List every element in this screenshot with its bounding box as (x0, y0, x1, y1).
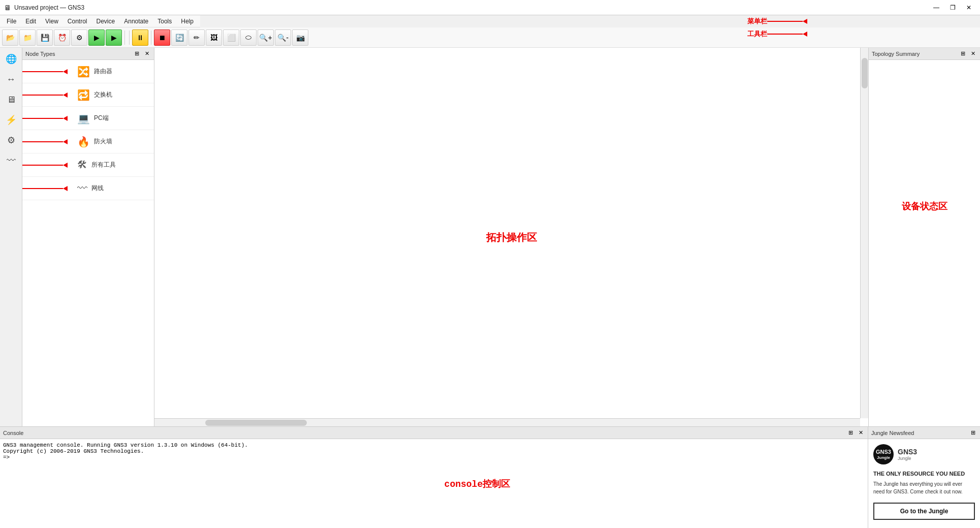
jungle-body: THE ONLY RESOURCE YOU NEED The Jungle ha… (873, 470, 975, 495)
console-close-btn[interactable]: ✕ (857, 429, 865, 437)
settings-btn[interactable]: ⚙ (71, 29, 87, 46)
screenshot-btn[interactable]: 📷 (292, 29, 308, 46)
console-content[interactable]: GNS3 management console. Running GNS3 ve… (0, 439, 868, 528)
pc-item[interactable]: 💻PC端 (22, 107, 154, 130)
edit-btn[interactable]: ✏ (188, 29, 205, 46)
menu-item-help[interactable]: Help (176, 16, 198, 26)
toolbar-container: 📂📁💾⏰⚙▶▶⏸⏹🔄✏🖼⬜⬭🔍+🔍-📷 工具栏 (0, 27, 980, 48)
menubar-arrowhead (803, 19, 807, 24)
menu-item-control[interactable]: Control (63, 16, 92, 26)
sidebar-fast-icon[interactable]: ⚡ (2, 111, 20, 129)
menu-item-tools[interactable]: Tools (153, 16, 176, 26)
menu-item-file[interactable]: File (2, 16, 21, 26)
start-btn[interactable]: ▶ (106, 29, 122, 46)
router-item[interactable]: 🔀路由器 (22, 60, 154, 83)
panel-close-btn[interactable]: ✕ (143, 50, 151, 58)
router-item-arrow (22, 69, 68, 74)
console-btn[interactable]: ▶ (88, 29, 105, 46)
close-btn[interactable]: ✕ (962, 2, 976, 13)
pc-item-label: PC端 (94, 114, 109, 122)
switch-item-arrow (22, 92, 68, 98)
pc-item-arrow (22, 116, 68, 121)
menu-bar: FileEditViewControlDeviceAnnotateToolsHe… (0, 15, 200, 27)
maximize-btn[interactable]: ❐ (945, 2, 960, 13)
node-types-list: 🔀路由器🔁交换机💻PC端🔥防火墙🛠所有工具〰网线 (22, 60, 154, 426)
node-types-header: Node Types ⊞ ✕ (22, 48, 154, 60)
firewall-item[interactable]: 🔥防火墙 (22, 130, 154, 153)
app-icon: 🖥 (4, 4, 11, 12)
console-float-btn[interactable]: ⊞ (846, 429, 855, 437)
topology-close-btn[interactable]: ✕ (969, 50, 977, 58)
lower-area: Console ⊞ ✕ GNS3 management console. Run… (0, 426, 980, 528)
menu-item-device[interactable]: Device (92, 16, 120, 26)
topology-content: 设备状态区 (869, 60, 980, 426)
node-types-panel: Node Types ⊞ ✕ 🔀路由器🔁交换机💻PC端🔥防火墙🛠所有工具〰网线 (22, 48, 154, 426)
cable-item-arrow (22, 186, 68, 191)
topology-header-buttons: ⊞ ✕ (959, 50, 977, 58)
jungle-content: GNS3 Jungle GNS3 Jungle THE ONLY RESOURC… (868, 439, 980, 528)
jungle-header: Jungle Newsfeed ⊞ (868, 427, 980, 439)
zoom-in-btn[interactable]: 🔍+ (258, 29, 274, 46)
scroll-thumb-h[interactable] (205, 420, 307, 426)
jungle-title: Jungle Newsfeed (871, 430, 914, 436)
topology-panel: Topology Summary ⊞ ✕ 设备状态区 (868, 48, 980, 426)
stop-btn[interactable]: ⏹ (154, 29, 170, 46)
main-layout: 🌐↔🖥⚡⚙〰 Node Types ⊞ ✕ 🔀路由器🔁交换机💻PC端🔥防火墙🛠所… (0, 48, 980, 528)
reload-btn[interactable]: 🔄 (171, 29, 187, 46)
canvas-label: 拓扑操作区 (486, 230, 537, 244)
goto-jungle-button[interactable]: Go to the Jungle (873, 503, 975, 520)
minimize-btn[interactable]: — (929, 2, 943, 13)
router-item-label: 路由器 (94, 67, 112, 76)
panel-header-buttons: ⊞ ✕ (133, 50, 151, 58)
ellipse-btn[interactable]: ⬭ (240, 29, 257, 46)
canvas-scrollbar-v[interactable] (860, 48, 868, 418)
schedule-btn[interactable]: ⏰ (54, 29, 70, 46)
zoom-out-btn[interactable]: 🔍- (275, 29, 291, 46)
console-title: Console (3, 430, 23, 436)
all-tools-item-label: 所有工具 (91, 161, 116, 169)
rect-btn[interactable]: ⬜ (223, 29, 239, 46)
topology-title: Topology Summary (872, 51, 920, 57)
console-line4: => (3, 454, 865, 460)
console-line2: Copyright (c) 2006-2019 GNS3 Technologie… (3, 448, 865, 454)
jungle-panel: Jungle Newsfeed ⊞ GNS3 Jungle GNS3 Jungl… (868, 427, 980, 528)
menu-item-edit[interactable]: Edit (21, 16, 41, 26)
sidebar-pc-icon[interactable]: 🖥 (2, 90, 20, 109)
cable-item-icon: 〰 (77, 182, 87, 194)
open-folder-btn[interactable]: 📂 (2, 29, 18, 46)
jungle-logo: GNS3 Jungle GNS3 Jungle (873, 444, 975, 464)
save-btn[interactable]: 💾 (37, 29, 53, 46)
open-btn[interactable]: 📁 (19, 29, 36, 46)
cable-item[interactable]: 〰网线 (22, 177, 154, 200)
canvas-scrollbar-h[interactable] (154, 418, 860, 426)
menu-item-annotate[interactable]: Annotate (119, 16, 153, 26)
scroll-thumb-v[interactable] (862, 58, 868, 88)
panel-float-btn[interactable]: ⊞ (133, 50, 141, 58)
topology-label: 设备状态区 (902, 200, 947, 212)
image-btn[interactable]: 🖼 (206, 29, 222, 46)
menu-item-view[interactable]: View (41, 16, 63, 26)
jungle-float-btn[interactable]: ⊞ (969, 429, 977, 437)
console-panel: Console ⊞ ✕ GNS3 management console. Run… (0, 427, 868, 528)
sidebar-tools-icon[interactable]: ⚙ (2, 131, 20, 149)
sidebar-cable-icon[interactable]: 〰 (2, 151, 20, 170)
jungle-tagline-body: The Jungle has everything you will ever … (873, 480, 975, 495)
switch-item-icon: 🔁 (77, 89, 90, 101)
all-tools-item[interactable]: 🛠所有工具 (22, 153, 154, 177)
router-item-icon: 🔀 (77, 66, 90, 78)
console-header-buttons: ⊞ ✕ (846, 429, 865, 437)
canvas-area[interactable]: 拓扑操作区 (154, 48, 868, 426)
sidebar-route-icon[interactable]: 🌐 (2, 50, 20, 68)
tb-separator-7 (129, 30, 130, 45)
topology-header: Topology Summary ⊞ ✕ (869, 48, 980, 60)
switch-item[interactable]: 🔁交换机 (22, 83, 154, 107)
topology-float-btn[interactable]: ⊞ (959, 50, 967, 58)
jungle-logo-text: GNS3 Jungle (898, 448, 917, 461)
sidebar-switch-icon[interactable]: ↔ (2, 70, 20, 88)
tool-bar: 📂📁💾⏰⚙▶▶⏸⏹🔄✏🖼⬜⬭🔍+🔍-📷 (0, 27, 980, 48)
window-controls: — ❐ ✕ (929, 2, 976, 13)
tb-separator-8 (151, 30, 151, 45)
menubar-arrow-line (767, 21, 803, 22)
pause-btn[interactable]: ⏸ (132, 29, 148, 46)
firewall-item-label: 防火墙 (94, 137, 112, 146)
